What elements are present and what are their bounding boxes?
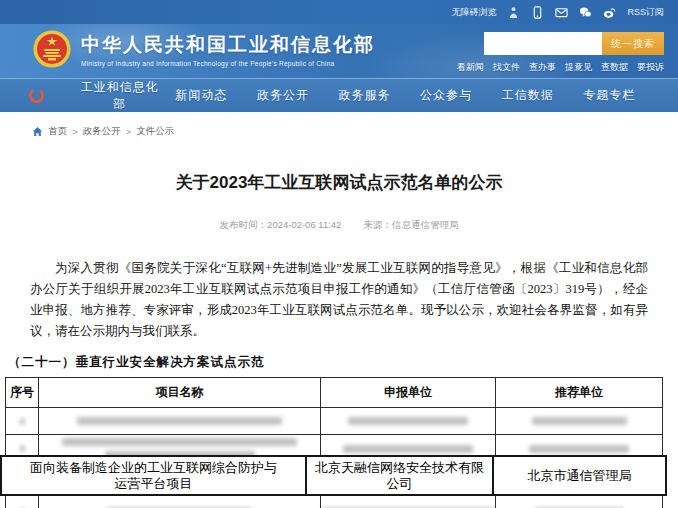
redacted-project <box>39 496 321 508</box>
quick-link-complaint[interactable]: 要投诉 <box>637 61 664 74</box>
mail-icon[interactable] <box>555 6 568 19</box>
table-header-row: 序号 项目名称 申报单位 推荐单位 <box>6 378 663 408</box>
redacted-applicant <box>321 496 496 508</box>
accessibility-link[interactable]: 无障碍浏览 <box>451 6 496 19</box>
breadcrumb: 首页 > 政务公开 > 文件公示 <box>0 112 678 138</box>
section-heading: （二十一）垂直行业安全解决方案试点示范 <box>8 354 678 371</box>
nav-item-topics[interactable]: 专题专栏 <box>568 87 650 104</box>
breadcrumb-separator: > <box>126 126 132 137</box>
breadcrumb-current[interactable]: 文件公示 <box>136 125 174 138</box>
main-nav: 工业和信息化部 新闻动态 政务公开 政务服务 公众参与 工信数据 专题专栏 <box>0 78 678 112</box>
quick-link-suggest[interactable]: 提意见 <box>565 61 592 74</box>
nav-item-ministry[interactable]: 工业和信息化部 <box>79 79 161 113</box>
publish-time: 2024-02-06 11:42 <box>267 219 341 230</box>
article-paragraph: 为深入贯彻《国务院关于深化“互联网+先进制造业”发展工业互联网的指导意见》，根据… <box>30 258 648 342</box>
col-header-applicant: 申报单位 <box>321 378 496 408</box>
top-utility-bar: 无障碍浏览 RSS订阅 <box>0 0 678 24</box>
redacted-recommender <box>496 496 663 508</box>
wechat-icon[interactable] <box>579 6 592 19</box>
col-header-recommender: 推荐单位 <box>496 378 663 408</box>
article-title: 关于2023年工业互联网试点示范名单的公示 <box>0 171 678 194</box>
nav-home-icon[interactable] <box>28 87 45 104</box>
table-row-redacted-1 <box>6 408 663 435</box>
redacted-applicant <box>321 408 496 435</box>
nav-item-gov-service[interactable]: 政务服务 <box>324 87 406 104</box>
redacted-index <box>6 408 39 435</box>
highlight-recommender: 北京市通信管理局 <box>494 457 665 494</box>
redacted-index <box>6 496 39 508</box>
table-row-redacted-4 <box>6 496 663 508</box>
nav-item-news[interactable]: 新闻动态 <box>161 87 243 104</box>
col-header-project: 项目名称 <box>39 378 321 408</box>
nav-item-gov-open[interactable]: 政务公开 <box>242 87 324 104</box>
breadcrumb-gov-open[interactable]: 政务公开 <box>83 125 121 138</box>
breadcrumb-home[interactable]: 首页 <box>48 125 67 138</box>
quick-link-affairs[interactable]: 查办事 <box>529 61 556 74</box>
highlight-applicant: 北京天融信网络安全技术有限公司 <box>307 457 494 494</box>
source-label: 来源： <box>363 219 392 230</box>
quick-link-news[interactable]: 看新闻 <box>457 61 484 74</box>
site-name: 中华人民共和国工业和信息化部 <box>81 32 375 58</box>
highlight-project-name: 面向装备制造企业的工业互联网综合防护与运营平台项目 <box>2 457 307 494</box>
site-header: 中华人民共和国工业和信息化部 Ministry of Industry and … <box>0 24 678 78</box>
publish-time-label: 发布时间： <box>220 219 268 230</box>
redacted-recommender <box>496 408 663 435</box>
sign-language-icon[interactable] <box>507 6 520 19</box>
site-titles: 中华人民共和国工业和信息化部 Ministry of Industry and … <box>81 32 375 67</box>
site-name-english: Ministry of Industry and Information Tec… <box>81 60 375 67</box>
mobile-icon[interactable] <box>531 6 544 19</box>
source-value: 信息通信管理局 <box>392 219 459 230</box>
quick-links: 看新闻 找文件 查办事 提意见 查数据 要投诉 <box>457 61 664 74</box>
breadcrumb-separator: > <box>72 126 78 137</box>
quick-link-files[interactable]: 找文件 <box>493 61 520 74</box>
nav-item-participation[interactable]: 公众参与 <box>405 87 487 104</box>
site-brand[interactable]: 中华人民共和国工业和信息化部 Ministry of Industry and … <box>32 29 375 69</box>
article-meta: 发布时间：2024-02-06 11:42来源：信息通信管理局 <box>0 219 678 232</box>
rss-link[interactable]: RSS订阅 <box>627 6 664 19</box>
breadcrumb-home-icon[interactable] <box>32 126 43 137</box>
search-button[interactable]: 统一搜索 <box>602 32 664 55</box>
highlighted-row-callout: 面向装备制造企业的工业互联网综合防护与运营平台项目 北京天融信网络安全技术有限公… <box>0 455 667 496</box>
nav-item-data[interactable]: 工信数据 <box>487 87 569 104</box>
redacted-project <box>39 408 321 435</box>
pilot-table-wrap: 序号 项目名称 申报单位 推荐单位 <box>5 377 673 508</box>
national-emblem-icon <box>32 29 72 69</box>
search-bar: 统一搜索 <box>484 32 664 55</box>
weibo-icon[interactable] <box>603 6 616 19</box>
col-header-index: 序号 <box>6 378 39 408</box>
search-input[interactable] <box>484 32 602 55</box>
quick-link-data[interactable]: 查数据 <box>601 61 628 74</box>
page-content: 首页 > 政务公开 > 文件公示 关于2023年工业互联网试点示范名单的公示 发… <box>0 112 678 508</box>
